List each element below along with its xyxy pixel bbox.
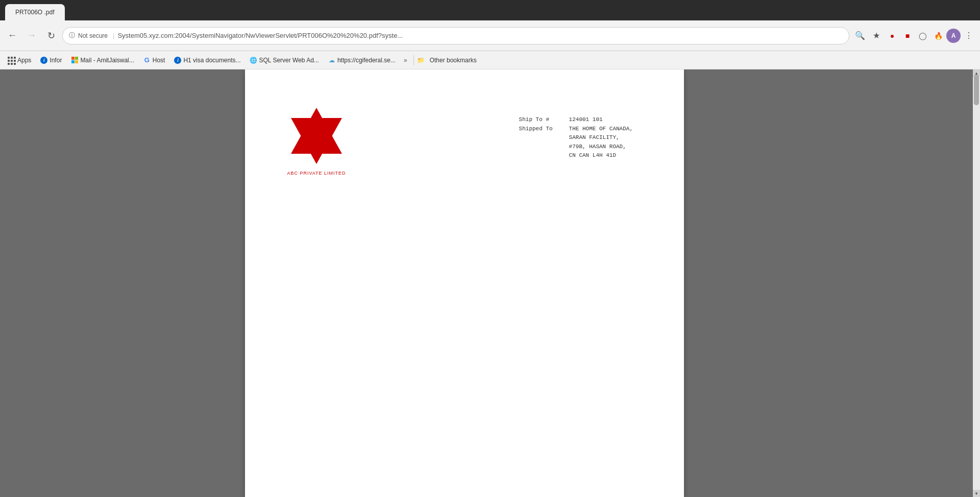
ext-circle-2[interactable]: ◯ <box>916 29 930 43</box>
bookmark-other-label: Other bookmarks <box>430 57 477 64</box>
bookmark-mail[interactable]: Mail - AmitJaiswal... <box>67 55 138 66</box>
bookmarks-divider <box>413 55 414 65</box>
ship-to-hash-row: Ship To # 124001 101 <box>519 115 633 125</box>
g-icon: G <box>143 57 151 64</box>
address-line1: THE HOME OF CANADA, <box>569 125 633 134</box>
bookmark-host-label: Host <box>153 57 165 64</box>
bookmark-cgifederal-label: https://cgifederal.se... <box>337 57 396 64</box>
folder-icon: 📁 <box>417 57 425 64</box>
ext-red-circle[interactable]: ● <box>885 29 899 43</box>
bookmark-star-button[interactable]: ★ <box>869 28 884 43</box>
more-bookmarks-button[interactable]: » <box>401 55 410 66</box>
microsoft-icon <box>71 57 78 64</box>
back-button[interactable]: ← <box>4 28 20 44</box>
address-line3: #79B, HASAN ROAD, <box>569 143 633 152</box>
address-line2: SARAN FACILITY, <box>569 133 633 143</box>
bookmark-apps[interactable]: Apps <box>4 55 35 66</box>
cloud-icon: ☁ <box>328 57 335 64</box>
bookmark-cgifederal[interactable]: ☁ https://cgifederal.se... <box>324 55 400 66</box>
bookmark-sqlserver[interactable]: 🌐 SQL Server Web Ad... <box>246 55 323 66</box>
main-content: ABC PRIVATE LIMITED Ship To # 124001 101… <box>0 69 980 497</box>
bookmark-infor-label: Infor <box>50 57 62 64</box>
bookmark-host[interactable]: G Host <box>139 55 169 66</box>
company-logo <box>286 105 347 167</box>
ship-info: Ship To # 124001 101 Shipped To THE HOME… <box>519 115 633 160</box>
profile-button[interactable]: A <box>946 29 961 43</box>
forward-button[interactable]: → <box>23 28 40 44</box>
menu-button[interactable]: ⋮ <box>962 29 976 43</box>
nav-icons: 🔍 ★ ● ■ ◯ 🔥 A ⋮ <box>852 28 976 43</box>
search-button[interactable]: 🔍 <box>852 28 868 43</box>
ext-red-square[interactable]: ■ <box>900 29 915 43</box>
bookmark-apps-label: Apps <box>17 57 31 64</box>
address-line4: CN CAN L4H 41D <box>569 151 633 160</box>
scroll-thumb[interactable] <box>974 75 979 105</box>
h1visa-icon: i <box>174 57 181 64</box>
pdf-page: ABC PRIVATE LIMITED Ship To # 124001 101… <box>245 69 684 497</box>
reload-button[interactable]: ↻ <box>43 28 59 44</box>
security-icon: ⓘ <box>69 31 75 40</box>
globe-icon: 🌐 <box>250 57 257 64</box>
scrollbar-vertical[interactable]: ▲ ▼ <box>973 69 980 497</box>
active-tab[interactable]: PRT006O .pdf <box>5 4 65 20</box>
ext-flame[interactable]: 🔥 <box>931 29 945 43</box>
ship-to-hash-label: Ship To # <box>519 115 565 125</box>
tab-bar: PRT006O .pdf <box>0 0 980 20</box>
shipped-to-row: Shipped To THE HOME OF CANADA, SARAN FAC… <box>519 125 633 160</box>
ship-to-number: 124001 101 <box>569 115 603 125</box>
bookmark-sqlserver-label: SQL Server Web Ad... <box>259 57 318 64</box>
apps-icon <box>8 57 15 64</box>
infor-icon: i <box>40 57 47 64</box>
shipped-to-address: THE HOME OF CANADA, SARAN FACILITY, #79B… <box>569 125 633 160</box>
bookmark-h1visa-label: H1 visa documents... <box>183 57 240 64</box>
bookmark-other[interactable]: Other bookmarks <box>426 55 481 66</box>
company-name: ABC PRIVATE LIMITED <box>287 171 346 176</box>
bookmarks-bar: Apps i Infor Mail - AmitJaiswal... G Hos… <box>0 51 980 69</box>
url-text: System05.xyz.com:2004/SystemiNavigator/N… <box>117 32 843 39</box>
nav-bar: ← → ↻ ⓘ Not secure | System05.xyz.com:20… <box>0 20 980 51</box>
bookmark-h1visa[interactable]: i H1 visa documents... <box>170 55 244 66</box>
tab-title: PRT006O .pdf <box>15 9 55 16</box>
security-label: Not secure <box>78 32 108 39</box>
bookmark-mail-label: Mail - AmitJaiswal... <box>80 57 134 64</box>
address-bar[interactable]: ⓘ Not secure | System05.xyz.com:2004/Sys… <box>62 27 849 44</box>
browser-chrome: PRT006O .pdf ← → ↻ ⓘ Not secure | System… <box>0 0 980 51</box>
scroll-down-button[interactable]: ▼ <box>973 490 980 497</box>
shipped-to-label: Shipped To <box>519 125 565 160</box>
bookmark-infor[interactable]: i Infor <box>36 55 66 66</box>
company-logo-area: ABC PRIVATE LIMITED <box>286 105 347 176</box>
separator: | <box>113 32 114 39</box>
